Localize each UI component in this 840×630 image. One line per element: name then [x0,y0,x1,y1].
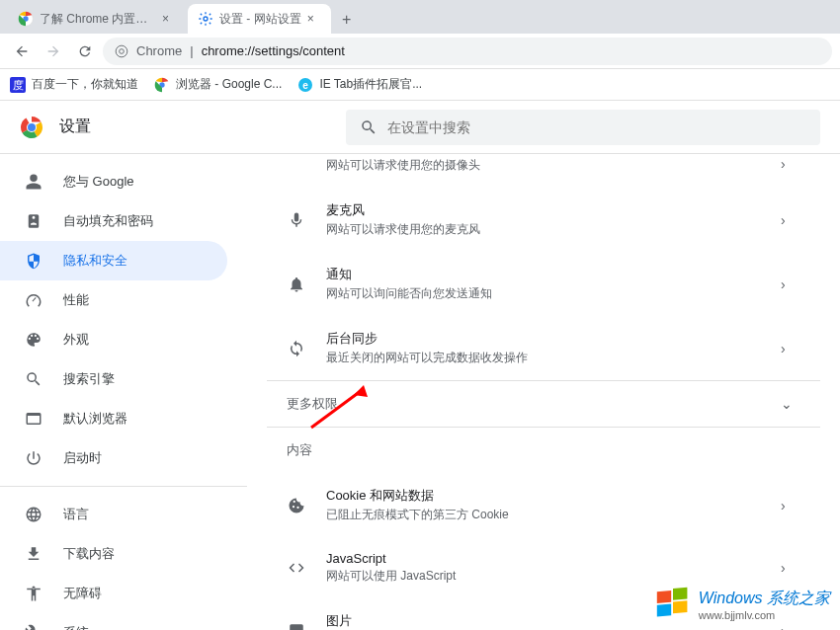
baidu-favicon-icon: 度 [10,77,26,93]
sidebar-item-system[interactable]: 系统 [0,613,227,630]
sidebar-item-default-browser[interactable]: 默认浏览器 [0,399,227,438]
address-path: chrome://settings/content [202,43,345,58]
speedometer-icon [24,290,43,310]
content-row-camera-partial[interactable]: 网站可以请求使用您的摄像头 › [267,154,820,188]
forward-button[interactable] [40,38,67,65]
svg-rect-23 [673,600,687,613]
tab-title: 设置 - 网站设置 [219,11,301,28]
sidebar-item-label: 系统 [63,624,89,630]
tab-title: 了解 Chrome 内置的浏览器工具 [40,11,156,28]
sidebar-item-autofill[interactable]: 自动填充和密码 [0,201,227,241]
svg-point-15 [28,123,36,131]
reload-button[interactable] [71,38,99,65]
address-bar[interactable]: Chrome | chrome://settings/content [103,38,832,65]
content-row-title: 通知 [326,266,761,283]
content-row-desc: 网站可以使用 JavaScript [326,568,761,585]
bookmark-label: IE Tab插件拓展官... [319,76,422,93]
sidebar-item-startup[interactable]: 启动时 [0,438,227,478]
sidebar-item-label: 您与 Google [63,173,134,191]
windows-logo-icon [655,587,691,622]
address-prefix: Chrome [136,43,182,58]
browser-tab[interactable]: 了解 Chrome 内置的浏览器工具 × [8,4,186,34]
sidebar-item-label: 语言 [63,506,89,523]
sidebar-item-label: 默认浏览器 [63,410,127,428]
sidebar-item-label: 自动填充和密码 [63,212,153,230]
content-row-desc: 已阻止无痕模式下的第三方 Cookie [326,507,761,523]
content-row-desc: 网站可以请求使用您的麦克风 [326,221,761,238]
divider [0,486,247,487]
search-input[interactable] [387,119,806,135]
svg-point-4 [120,48,125,53]
svg-point-2 [204,17,208,21]
page-title: 设置 [59,117,91,137]
watermark: Windows 系统之家 www.bjjmlv.com [655,587,830,622]
settings-content: 网站可以请求使用您的摄像头 › 麦克风 网站可以请求使用您的麦克风 › 通知 网… [247,154,840,630]
download-icon [24,544,43,564]
image-icon [287,621,306,631]
chevron-right-icon: › [781,560,800,576]
shield-icon [24,251,43,271]
ie-favicon-icon: e [297,77,313,93]
sidebar-item-downloads[interactable]: 下载内容 [0,534,227,574]
sidebar-item-accessibility[interactable]: 无障碍 [0,574,227,613]
wrench-icon [24,623,43,630]
search-icon [360,118,378,136]
sidebar-item-label: 下载内容 [63,545,115,563]
content-row-title: 麦克风 [326,201,761,219]
settings-search-box[interactable] [346,110,820,145]
reload-icon [77,43,93,59]
search-icon [24,369,43,389]
settings-sidebar: 您与 Google 自动填充和密码 隐私和安全 性能 外观 搜索引擎 默认浏览器 [0,154,247,630]
section-more-permissions[interactable]: 更多权限 ⌄ [267,381,820,427]
sidebar-item-label: 隐私和安全 [63,252,127,270]
browser-tab-active[interactable]: 设置 - 网站设置 × [188,4,331,34]
svg-rect-20 [657,591,671,603]
main-content: 您与 Google 自动填充和密码 隐私和安全 性能 外观 搜索引擎 默认浏览器 [0,154,840,630]
sidebar-item-languages[interactable]: 语言 [0,495,227,534]
sidebar-item-appearance[interactable]: 外观 [0,320,227,359]
sidebar-item-you-and-google[interactable]: 您与 Google [0,162,227,201]
watermark-title: Windows 系统之家 [699,589,830,609]
bookmark-item[interactable]: e IE Tab插件拓展官... [297,76,422,93]
browser-tab-bar: 了解 Chrome 内置的浏览器工具 × 设置 - 网站设置 × + [0,0,840,34]
content-row-desc: 网站可以询问能否向您发送通知 [326,285,761,302]
sidebar-item-label: 外观 [63,331,89,349]
chevron-right-icon: › [781,276,800,292]
bookmark-item[interactable]: 度 百度一下，你就知道 [10,76,138,93]
sidebar-item-label: 启动时 [63,449,102,467]
arrow-right-icon [45,43,61,59]
content-row-title: Cookie 和网站数据 [326,487,761,505]
svg-text:e: e [303,80,309,91]
new-tab-button[interactable]: + [333,6,361,34]
content-row-notifications[interactable]: 通知 网站可以询问能否向您发送通知 › [267,252,820,316]
bookmark-label: 百度一下，你就知道 [32,76,138,93]
content-row-background-sync[interactable]: 后台同步 最近关闭的网站可以完成数据收发操作 › [267,316,820,380]
svg-rect-22 [657,603,671,616]
palette-icon [24,330,43,350]
sidebar-item-performance[interactable]: 性能 [0,280,227,320]
svg-text:度: 度 [13,79,24,91]
back-button[interactable] [8,38,36,65]
content-row-desc: 网站可以请求使用您的摄像头 [326,157,761,174]
sync-icon [287,339,306,358]
bookmark-item[interactable]: 浏览器 - Google C... [154,76,282,93]
browser-icon [24,409,43,429]
cookie-icon [287,496,306,515]
chevron-right-icon: › [781,623,800,631]
chrome-favicon-icon [154,77,170,93]
section-content-label: 内容 [267,428,820,473]
svg-point-3 [116,45,127,57]
chevron-right-icon: › [781,212,800,228]
close-icon[interactable]: × [162,12,176,26]
code-icon [287,558,306,578]
content-row-cookies[interactable]: Cookie 和网站数据 已阻止无痕模式下的第三方 Cookie › [267,473,820,537]
chevron-down-icon: ⌄ [781,396,800,412]
chrome-favicon-icon [18,11,34,27]
bell-icon [287,275,306,294]
svg-rect-21 [673,588,687,600]
sidebar-item-search-engine[interactable]: 搜索引擎 [0,359,227,399]
content-row-microphone[interactable]: 麦克风 网站可以请求使用您的麦克风 › [267,188,820,252]
close-icon[interactable]: × [307,12,321,26]
content-row-title: 后台同步 [326,330,761,348]
sidebar-item-privacy-security[interactable]: 隐私和安全 [0,241,227,280]
